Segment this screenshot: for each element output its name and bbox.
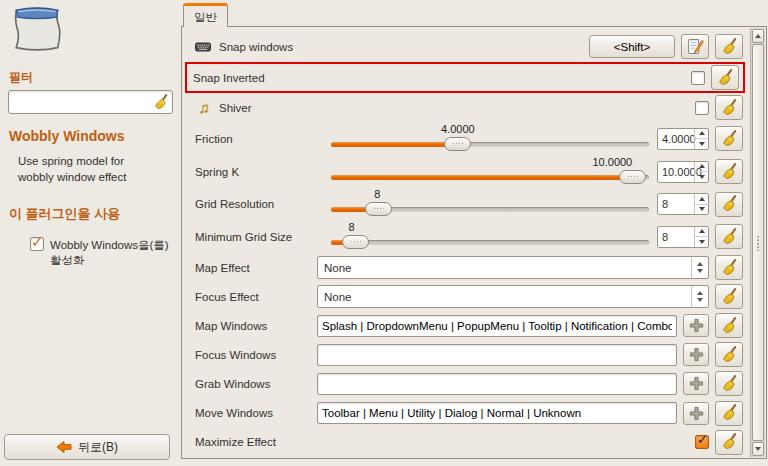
slider-handle[interactable] xyxy=(365,202,392,216)
plus-icon xyxy=(689,347,704,362)
map-windows-input[interactable] xyxy=(317,315,677,337)
reset-button[interactable] xyxy=(715,126,743,151)
row-focus-effect: Focus Effect None xyxy=(185,282,747,311)
shiver-checkbox[interactable] xyxy=(695,101,709,115)
plugin-description: Use spring model for wobbly window effec… xyxy=(18,154,153,185)
setting-label: Move Windows xyxy=(195,407,273,419)
vertical-scrollbar[interactable] xyxy=(750,28,765,457)
focus-effect-dropdown[interactable]: None xyxy=(317,285,709,308)
snap-inverted-checkbox[interactable] xyxy=(691,71,705,85)
spring-k-slider[interactable]: 10.0000 xyxy=(329,156,651,188)
scroll-down-button[interactable] xyxy=(752,442,764,456)
move-windows-input[interactable] xyxy=(317,402,677,424)
add-match-button[interactable] xyxy=(683,314,709,337)
reset-button[interactable] xyxy=(715,430,743,455)
map-effect-dropdown[interactable]: None xyxy=(317,256,709,279)
enable-plugin-row[interactable]: ✓ Wobbly Windows을(를) 활성화 xyxy=(30,237,170,268)
broom-icon xyxy=(720,163,738,181)
reset-button[interactable] xyxy=(715,192,743,217)
setting-label: Friction xyxy=(195,133,323,145)
add-match-button[interactable] xyxy=(683,402,709,425)
spin-up-icon[interactable] xyxy=(695,194,708,205)
row-map-windows: Map Windows xyxy=(185,311,747,340)
wobbly-window-icon xyxy=(8,6,173,58)
reset-button[interactable] xyxy=(715,342,743,367)
grid-resolution-slider[interactable]: 8 xyxy=(329,188,651,220)
broom-icon xyxy=(720,228,738,246)
plus-icon xyxy=(689,406,704,421)
broom-icon xyxy=(720,259,738,277)
reset-button[interactable] xyxy=(715,371,743,396)
tab-general[interactable]: 일반 xyxy=(183,3,228,27)
reset-button[interactable] xyxy=(715,313,743,338)
spin-up-icon[interactable] xyxy=(695,129,708,140)
spin-down-icon[interactable] xyxy=(695,237,708,247)
reset-button[interactable] xyxy=(715,224,743,249)
broom-icon xyxy=(720,288,738,306)
dropdown-value: None xyxy=(324,262,352,274)
keybinding-button[interactable]: <Shift> xyxy=(589,35,675,58)
slider-value-label: 8 xyxy=(374,188,380,200)
slider-track[interactable] xyxy=(331,240,649,245)
broom-icon xyxy=(720,195,738,213)
broom-icon[interactable] xyxy=(152,94,169,111)
spin-down-icon[interactable] xyxy=(695,139,708,149)
reset-button[interactable] xyxy=(715,401,743,426)
spin-value: 8 xyxy=(658,231,668,243)
scroll-up-button[interactable] xyxy=(752,29,764,43)
plugin-title: Wobbly Windows xyxy=(9,128,173,144)
spring-k-spinbox[interactable]: 10.0000 xyxy=(657,161,709,183)
chevron-updown-icon xyxy=(691,257,708,278)
setting-label: Maximize Effect xyxy=(195,436,276,448)
minimum-grid-size-slider[interactable]: 8 xyxy=(329,221,651,253)
setting-label: Shiver xyxy=(219,102,252,114)
reset-button[interactable] xyxy=(715,95,743,120)
back-button[interactable]: 뒤로(B) xyxy=(4,434,170,460)
reset-button[interactable] xyxy=(711,65,739,90)
row-minimum-grid-size: Minimum Grid Size 8 8 xyxy=(185,220,747,253)
minimum-grid-size-spinbox[interactable]: 8 xyxy=(657,226,709,248)
reset-button[interactable] xyxy=(715,284,743,309)
add-match-button[interactable] xyxy=(683,372,709,395)
spin-down-icon[interactable] xyxy=(695,205,708,215)
broom-icon xyxy=(720,346,738,364)
reset-button[interactable] xyxy=(715,159,743,184)
reset-button[interactable] xyxy=(715,255,743,280)
slider-track[interactable] xyxy=(331,207,649,212)
keyboard-icon xyxy=(195,42,213,52)
slider-handle[interactable] xyxy=(444,137,471,151)
slider-track[interactable] xyxy=(331,175,649,180)
setting-label: Focus Windows xyxy=(195,349,276,361)
slider-handle[interactable] xyxy=(619,170,646,184)
settings-panel: 일반 Snap windows <Shift> xyxy=(181,0,768,466)
edit-binding-button[interactable] xyxy=(681,34,709,59)
slider-handle[interactable] xyxy=(342,235,369,249)
slider-track[interactable] xyxy=(331,142,649,147)
grab-windows-input[interactable] xyxy=(317,373,677,395)
scrollbar-thumb[interactable] xyxy=(752,44,764,441)
enable-plugin-label: Wobbly Windows을(를) 활성화 xyxy=(50,238,170,268)
spin-up-icon[interactable] xyxy=(695,162,708,173)
setting-label: Grab Windows xyxy=(195,378,270,390)
setting-label: Focus Effect xyxy=(195,291,259,303)
row-friction: Friction 4.0000 4.0000 xyxy=(185,122,747,155)
spin-up-icon[interactable] xyxy=(695,227,708,238)
focus-windows-input[interactable] xyxy=(317,344,677,366)
add-match-button[interactable] xyxy=(683,343,709,366)
filter-label: 필터 xyxy=(9,69,173,86)
maximize-effect-checkbox[interactable]: ✓ xyxy=(695,435,709,449)
enable-plugin-checkbox[interactable]: ✓ xyxy=(30,237,44,251)
slider-value-label: 4.0000 xyxy=(441,123,475,135)
reset-button[interactable] xyxy=(715,34,743,59)
broom-icon xyxy=(720,38,738,56)
dropdown-value: None xyxy=(324,291,352,303)
row-move-windows: Move Windows xyxy=(185,398,747,428)
filter-input[interactable] xyxy=(13,92,148,112)
setting-label: Minimum Grid Size xyxy=(195,231,323,243)
friction-spinbox[interactable]: 4.0000 xyxy=(657,128,709,150)
row-grab-windows: Grab Windows xyxy=(185,369,747,398)
spin-value: 8 xyxy=(658,198,668,210)
spin-down-icon[interactable] xyxy=(695,172,708,182)
grid-resolution-spinbox[interactable]: 8 xyxy=(657,193,709,215)
friction-slider[interactable]: 4.0000 xyxy=(329,123,651,155)
